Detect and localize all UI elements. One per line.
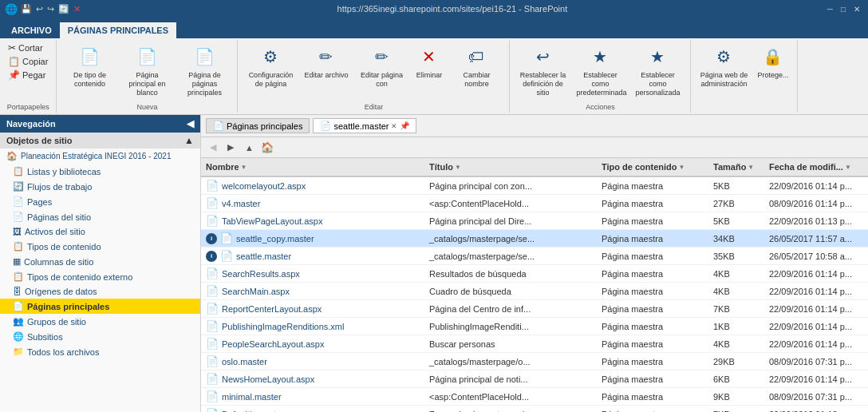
file-name-link[interactable]: seattle_copy.master xyxy=(236,234,314,244)
table-row[interactable]: 📄SearchMain.aspxCuadro de búsquedaPágina… xyxy=(201,283,868,300)
table-row[interactable]: 📄DefaultLayout.aspxZonas de elementos we… xyxy=(201,406,868,412)
nueva-buttons: 📄 De tipo de contenido 📄 Página principa… xyxy=(61,42,232,111)
file-icon: 📄 xyxy=(206,338,219,350)
home-nav-icon: 🏠 xyxy=(6,151,18,161)
file-name-link[interactable]: PeopleSearchLayout.aspx xyxy=(222,339,324,349)
minimize-btn[interactable]: ─ xyxy=(824,5,836,14)
file-name-link[interactable]: welcomelayout2.aspx xyxy=(222,181,306,191)
new-content-type-button[interactable]: 📄 De tipo de contenido xyxy=(61,42,117,91)
file-name-link[interactable]: PublishingImageRenditions.xml xyxy=(222,322,344,331)
stop-icon[interactable]: ✕ xyxy=(73,4,81,14)
forward-button[interactable]: ▶ xyxy=(223,140,238,155)
col-size[interactable]: Tamaño ▼ xyxy=(708,160,764,173)
file-type-cell: Página maestra xyxy=(597,390,708,404)
listas-icon: 📋 xyxy=(13,166,24,176)
seattle-tab-close[interactable]: ✕ xyxy=(391,122,397,130)
admin-page-button[interactable]: ⚙ Página web de administración xyxy=(696,42,752,91)
new-blank-page-button[interactable]: 📄 Página principal en blanco xyxy=(119,42,175,99)
tab-archivo[interactable]: ARCHIVO xyxy=(3,22,60,38)
col-content-type[interactable]: Tipo de contenido ▼ xyxy=(597,160,708,173)
paste-button[interactable]: 📌Pegar xyxy=(5,69,51,81)
nav-item-listas[interactable]: 📋 Listas y bibliotecas xyxy=(0,164,200,179)
breadcrumb-seattle[interactable]: 📄 seattle.master ✕ 📌 xyxy=(313,118,416,133)
paginas-tab-icon: 📄 xyxy=(213,121,224,131)
nav-item-tipos-contenido[interactable]: 📋 Tipos de contenido xyxy=(0,239,200,254)
table-row[interactable]: i📄seattle_copy.master_catalogs/masterpag… xyxy=(201,230,868,248)
undo-icon[interactable]: ↩ xyxy=(36,4,43,14)
set-custom-button[interactable]: ★ Establecer como personalizada xyxy=(629,42,685,99)
editar-label: Editar xyxy=(238,103,509,111)
table-row[interactable]: 📄NewsHomeLayout.aspxPágina principal de … xyxy=(201,370,868,388)
config-page-button[interactable]: ⚙ Configuración de página xyxy=(243,42,298,91)
table-row[interactable]: 📄ReportCenterLayout.aspxPágina del Centr… xyxy=(201,300,868,318)
close-btn[interactable]: ✕ xyxy=(850,5,863,14)
file-name-link[interactable]: minimal.master xyxy=(222,392,282,402)
new-master-page-button[interactable]: 📄 Página de páginas principales xyxy=(176,42,232,99)
col-modified[interactable]: Fecha de modifi... ▼ xyxy=(764,160,868,173)
set-default-button[interactable]: ★ Establecer como predeterminada xyxy=(572,42,628,99)
file-name-link[interactable]: NewsHomeLayout.aspx xyxy=(222,374,314,384)
nav-item-subsitios[interactable]: 🌐 Subsitios xyxy=(0,329,200,344)
sort-date-icon: ▼ xyxy=(845,164,851,171)
breadcrumb-bar: 📄 Páginas principales 📄 seattle.master ✕… xyxy=(201,115,868,137)
maximize-btn[interactable]: □ xyxy=(838,5,849,14)
admin-buttons: ⚙ Página web de administración 🔒 Protege… xyxy=(696,42,792,111)
file-name-link[interactable]: ReportCenterLayout.aspx xyxy=(222,304,322,314)
redo-icon[interactable]: ↪ xyxy=(47,4,54,14)
breadcrumb-paginas[interactable]: 📄 Páginas principales xyxy=(206,118,310,133)
ribbon-tabs: ARCHIVO PÁGINAS PRINCIPALES xyxy=(0,18,868,38)
table-row[interactable]: i📄seattle.master_catalogs/masterpage/se.… xyxy=(201,248,868,265)
table-row[interactable]: 📄welcomelayout2.aspxPágina principal con… xyxy=(201,177,868,195)
table-row[interactable]: 📄TabViewPageLayout.aspxPágina principal … xyxy=(201,212,868,230)
nav-item-paginas-sitio[interactable]: 📄 Páginas del sitio xyxy=(0,209,200,224)
nav-item-columnas[interactable]: ▦ Columnas de sitio xyxy=(0,254,200,269)
nav-item-grupos[interactable]: 👥 Grupos de sitio xyxy=(0,314,200,329)
edit-page-with-button[interactable]: ✏ Editar página con xyxy=(353,42,409,91)
file-name-link[interactable]: v4.master xyxy=(222,199,260,208)
cut-button[interactable]: ✂Cortar xyxy=(5,42,51,54)
col-nombre[interactable]: Nombre ▼ xyxy=(201,160,424,173)
nav-item-home[interactable]: 🏠 Planeación Estratégica INEGI 2016 - 20… xyxy=(0,149,200,164)
copy-button[interactable]: 📋Copiar xyxy=(5,55,51,68)
protect-button[interactable]: 🔒 Protege... xyxy=(753,42,792,82)
file-name-link[interactable]: seattle.master xyxy=(236,252,291,261)
file-type-cell: Página maestra xyxy=(597,214,708,228)
refresh-icon[interactable]: 🔄 xyxy=(58,4,69,14)
file-name-link[interactable]: SearchMain.aspx xyxy=(222,287,290,296)
back-button[interactable]: ◀ xyxy=(206,140,220,155)
home-button[interactable]: 🏠 xyxy=(261,141,274,153)
table-row[interactable]: 📄PeopleSearchLayout.aspxBuscar personasP… xyxy=(201,335,868,353)
file-type-cell: Página maestra xyxy=(597,179,708,193)
save-icon[interactable]: 💾 xyxy=(21,4,32,14)
nav-item-activos[interactable]: 🖼 Activos del sitio xyxy=(0,224,200,239)
table-row[interactable]: 📄minimal.master<asp:ContentPlaceHold...P… xyxy=(201,388,868,406)
delete-button[interactable]: ✕ Eliminar xyxy=(411,42,447,82)
file-name-link[interactable]: DefaultLayout.aspx xyxy=(222,410,297,413)
rename-button[interactable]: 🏷 Cambiar nombre xyxy=(448,42,504,91)
edit-file-icon: ✏ xyxy=(314,44,339,69)
nav-section-toggle[interactable]: ▲ xyxy=(184,135,194,146)
nav-collapse-button[interactable]: ◀ xyxy=(187,118,194,129)
table-row[interactable]: 📄SearchResults.aspxResultados de búsqued… xyxy=(201,265,868,283)
nav-item-todos[interactable]: 📁 Todos los archivos xyxy=(0,344,200,359)
nav-item-tipos-externos[interactable]: 📋 Tipos de contenido externo xyxy=(0,269,200,284)
nav-item-flujos[interactable]: 🔄 Flujos de trabajo xyxy=(0,179,200,194)
file-size-cell: 5KB xyxy=(708,214,764,228)
nav-item-pages[interactable]: 📄 Pages xyxy=(0,194,200,209)
table-row[interactable]: 📄oslo.master_catalogs/masterpage/o...Pág… xyxy=(201,353,868,370)
file-name-link[interactable]: SearchResults.aspx xyxy=(222,269,300,279)
table-row[interactable]: 📄PublishingImageRenditions.xmlPublishing… xyxy=(201,318,868,335)
file-name-link[interactable]: oslo.master xyxy=(222,357,267,366)
file-name-link[interactable]: TabViewPageLayout.aspx xyxy=(222,216,322,226)
table-row[interactable]: 📄v4.master<asp:ContentPlaceHold...Página… xyxy=(201,195,868,212)
activos-icon: 🖼 xyxy=(13,227,22,236)
edit-file-button[interactable]: ✏ Editar archivo xyxy=(300,42,352,82)
up-button[interactable]: ▲ xyxy=(241,141,258,155)
restore-def-button[interactable]: ↩ Restablecer la definición de sitio xyxy=(515,42,570,99)
col-titulo[interactable]: Título ▼ xyxy=(424,160,597,173)
nav-item-origenes[interactable]: 🗄 Orígenes de datos xyxy=(0,284,200,299)
tab-paginas-principales[interactable]: PÁGINAS PRINCIPALES xyxy=(60,22,176,38)
nav-item-paginas-principales[interactable]: 📄 Páginas principales xyxy=(0,299,200,314)
seattle-tab-pin[interactable]: 📌 xyxy=(400,121,409,130)
file-date-cell: 22/09/2016 01:14 p... xyxy=(764,372,868,386)
